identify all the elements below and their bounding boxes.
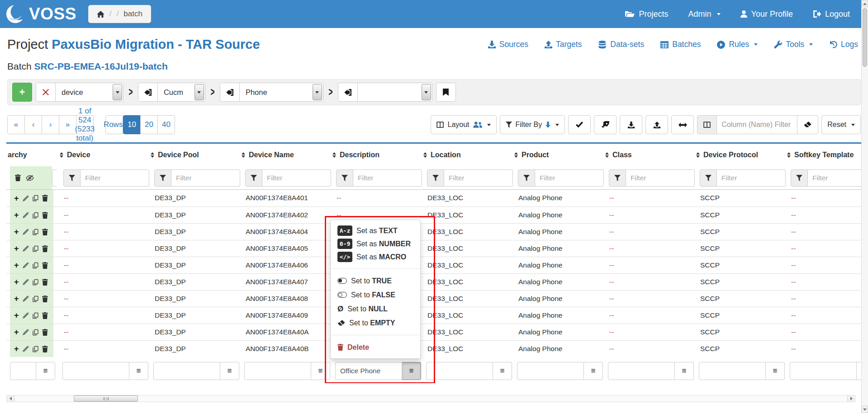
- dropdown-toggle-icon[interactable]: [194, 84, 204, 100]
- cell-device_protocol[interactable]: SCCP: [693, 324, 784, 340]
- chain-select-2[interactable]: Phone: [240, 83, 323, 102]
- add-row-icon[interactable]: +: [14, 328, 19, 336]
- cell-location[interactable]: DE33_LOC: [421, 224, 512, 240]
- cell-softkey_template[interactable]: --: [784, 341, 862, 357]
- cell-device_protocol[interactable]: SCCP: [693, 240, 784, 257]
- cell-location[interactable]: DE33_LOC: [421, 324, 512, 340]
- funnel-icon[interactable]: [518, 169, 535, 187]
- filter-input-softkey_template[interactable]: [808, 169, 862, 187]
- copy-icon[interactable]: [33, 346, 38, 352]
- batch-name-link[interactable]: SRC-PB-EMEA-16Jul19-batch: [34, 61, 168, 71]
- funnel-icon[interactable]: [154, 169, 171, 187]
- cell-device_protocol[interactable]: SCCP: [693, 207, 784, 223]
- cell-softkey_template[interactable]: --: [784, 207, 862, 223]
- filter-input-device[interactable]: [81, 169, 149, 187]
- cell-device[interactable]: --: [57, 207, 148, 223]
- column-header-description[interactable]: Description: [330, 151, 421, 159]
- funnel-icon[interactable]: [336, 169, 353, 187]
- cell-device_name[interactable]: AN00F1374E8A409: [239, 307, 330, 324]
- cell-device_class[interactable]: --: [602, 307, 693, 324]
- vertical-scroll-thumb[interactable]: [863, 8, 867, 67]
- pencil-icon[interactable]: [23, 262, 29, 268]
- menu-item-delete[interactable]: Delete: [331, 340, 420, 354]
- cell-location[interactable]: DE33_LOC: [421, 240, 512, 257]
- cell-device[interactable]: --: [57, 291, 148, 307]
- horizontal-scrollbar[interactable]: [6, 395, 855, 402]
- cell-device[interactable]: --: [57, 307, 148, 324]
- filter-by-button[interactable]: Filter By: [500, 115, 565, 134]
- column-header-class[interactable]: Class: [602, 151, 693, 159]
- cell-device_class[interactable]: --: [602, 274, 693, 290]
- nav-link-batches[interactable]: Batches: [660, 40, 701, 49]
- filter-input-device_class[interactable]: [626, 169, 695, 187]
- bookmark-button[interactable]: [436, 83, 456, 102]
- cell-product[interactable]: Analog Phone: [512, 257, 602, 273]
- funnel-icon[interactable]: [700, 169, 717, 187]
- cell-device_name[interactable]: AN00F1374E8A406: [239, 257, 330, 273]
- bulk-edit-menu-button-description[interactable]: ≡: [402, 362, 421, 380]
- copy-icon[interactable]: [33, 229, 38, 235]
- cell-device_pool[interactable]: DE33_DP: [148, 190, 239, 206]
- menu-admin[interactable]: Admin: [688, 9, 721, 19]
- copy-icon[interactable]: [33, 329, 38, 336]
- chain-select-1[interactable]: Cucm: [158, 83, 205, 102]
- cell-device_protocol[interactable]: SCCP: [693, 224, 784, 240]
- cell-softkey_template[interactable]: --: [784, 240, 862, 257]
- cell-device_protocol[interactable]: SCCP: [693, 257, 784, 273]
- home-icon[interactable]: [97, 11, 104, 18]
- trash-icon[interactable]: [15, 174, 21, 181]
- copy-icon[interactable]: [33, 262, 38, 269]
- nav-link-data-sets[interactable]: Data-sets: [598, 40, 644, 49]
- add-row-icon[interactable]: +: [14, 194, 19, 202]
- sort-icon[interactable]: [332, 152, 336, 158]
- nav-link-tools[interactable]: Tools: [774, 40, 813, 49]
- pencil-icon[interactable]: [23, 279, 29, 285]
- add-chain-button[interactable]: +: [12, 83, 32, 102]
- cell-device_name[interactable]: AN00F1374E8A407: [239, 274, 330, 290]
- bulk-edit-menu-button-device_class[interactable]: ≡: [675, 362, 694, 380]
- cell-softkey_template[interactable]: --: [784, 190, 862, 206]
- add-row-icon[interactable]: +: [14, 295, 19, 303]
- prev-page-button[interactable]: ‹: [24, 115, 42, 134]
- cell-product[interactable]: Analog Phone: [512, 207, 602, 223]
- project-title-link[interactable]: PaxusBio Migration - TAR Source: [52, 37, 260, 52]
- sort-icon[interactable]: [605, 152, 609, 158]
- cell-device[interactable]: --: [57, 324, 148, 340]
- rows-option-40[interactable]: 40: [157, 115, 175, 134]
- add-row-icon[interactable]: +: [14, 278, 19, 286]
- column-header-archy[interactable]: archy: [6, 151, 57, 159]
- cell-device_class[interactable]: --: [602, 324, 693, 340]
- pencil-icon[interactable]: [23, 329, 29, 335]
- cell-device_class[interactable]: --: [602, 291, 693, 307]
- cell-product[interactable]: Analog Phone: [512, 274, 602, 290]
- cell-device_pool[interactable]: DE33_DP: [148, 207, 239, 223]
- layout-button[interactable]: Layout: [431, 115, 496, 134]
- cell-product[interactable]: Analog Phone: [512, 307, 602, 324]
- cell-device_class[interactable]: --: [602, 224, 693, 240]
- cell-softkey_template[interactable]: --: [784, 257, 862, 273]
- trash-icon[interactable]: [42, 329, 48, 336]
- bulk-edit-input-actions[interactable]: [10, 362, 36, 380]
- dropdown-toggle-icon[interactable]: [113, 84, 122, 100]
- cell-device_protocol[interactable]: SCCP: [693, 274, 784, 290]
- cell-device_class[interactable]: --: [602, 341, 693, 357]
- voss-logo[interactable]: VOSS: [5, 4, 76, 24]
- bulk-edit-input-device_class[interactable]: [608, 362, 675, 380]
- bulk-edit-menu-button-product[interactable]: ≡: [584, 362, 603, 380]
- bulk-edit-menu-button-actions[interactable]: ≡: [36, 362, 55, 380]
- sort-icon[interactable]: [787, 152, 791, 158]
- cell-device[interactable]: --: [57, 257, 148, 273]
- filter-input-device_pool[interactable]: [171, 169, 240, 187]
- clear-column-filter-button[interactable]: [797, 115, 818, 134]
- cell-device_protocol[interactable]: SCCP: [693, 190, 784, 206]
- cell-softkey_template[interactable]: --: [784, 291, 862, 307]
- horizontal-scroll-thumb[interactable]: [74, 395, 138, 402]
- filter-input-device_protocol[interactable]: [717, 169, 786, 187]
- trash-icon[interactable]: [42, 312, 48, 319]
- cell-device_name[interactable]: AN00F1374E8A401: [239, 190, 330, 206]
- cell-device_pool[interactable]: DE33_DP: [148, 307, 239, 324]
- filter-input-description[interactable]: [353, 169, 422, 187]
- cell-product[interactable]: Analog Phone: [512, 190, 602, 206]
- sort-icon[interactable]: [696, 152, 700, 158]
- cell-device_name[interactable]: AN00F1374E8A402: [239, 207, 330, 223]
